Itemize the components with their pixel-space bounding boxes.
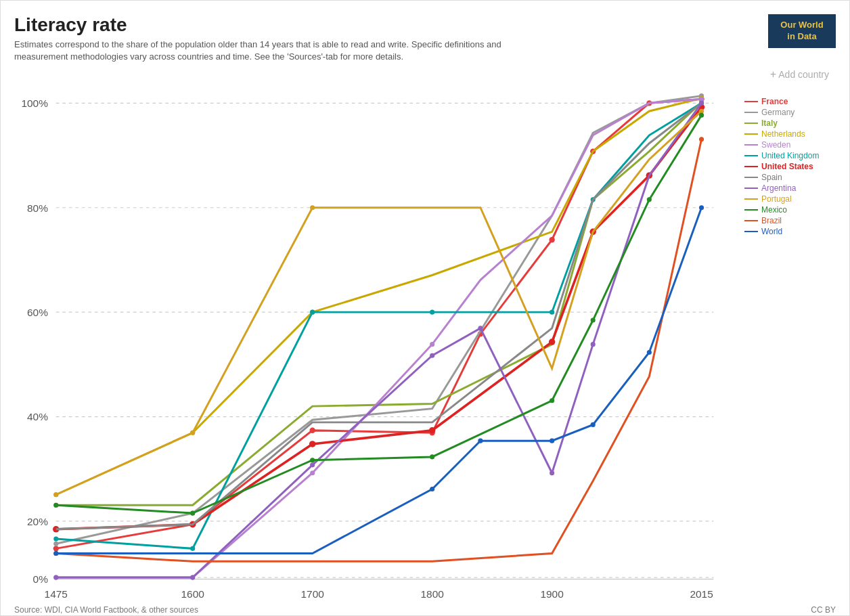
svg-point-19 (53, 546, 59, 552)
svg-point-53 (549, 339, 556, 346)
legend-label-argentina: Argentina (761, 183, 796, 193)
svg-text:20%: 20% (27, 516, 48, 527)
svg-point-51 (309, 441, 316, 448)
svg-point-63 (591, 342, 596, 347)
svg-point-70 (190, 511, 195, 516)
legend-item-france[interactable]: France (744, 97, 836, 106)
legend-label-uk: United Kingdom (761, 151, 819, 160)
chart-legend: France Germany Italy Netherlands Sweden (738, 83, 836, 600)
svg-text:1800: 1800 (420, 588, 443, 600)
legend-item-argentina[interactable]: Argentina (744, 183, 836, 193)
chart-subtitle: Estimates correspond to the share of the… (14, 39, 556, 63)
legend-item-uk[interactable]: United Kingdom (744, 151, 836, 160)
legend-label-mexico: Mexico (761, 205, 787, 215)
legend-label-sweden: Sweden (761, 140, 790, 150)
svg-text:1900: 1900 (540, 588, 563, 600)
source-text: Source: WDI, CIA World Factbook, & other… (14, 605, 198, 615)
legend-color-us (744, 166, 758, 167)
legend-label-netherlands: Netherlands (761, 129, 805, 139)
legend-color-spain (744, 177, 758, 178)
legend-label-brazil: Brazil (761, 216, 782, 225)
svg-point-46 (550, 310, 554, 315)
license-text: CC BY (811, 605, 836, 615)
legend-color-italy (744, 123, 758, 124)
svg-point-79 (53, 551, 58, 556)
legend-item-brazil[interactable]: Brazil (744, 216, 836, 225)
svg-point-83 (591, 422, 596, 427)
svg-point-80 (430, 487, 434, 491)
legend-color-uk (744, 155, 758, 156)
legend-item-mexico[interactable]: Mexico (744, 205, 836, 215)
legend-label-world: World (761, 227, 782, 236)
svg-point-71 (310, 458, 315, 463)
legend-label-portugal: Portugal (761, 194, 792, 204)
svg-point-39 (310, 471, 315, 476)
svg-text:60%: 60% (27, 307, 48, 318)
svg-point-78 (699, 137, 704, 142)
svg-text:100%: 100% (21, 98, 48, 110)
svg-point-45 (430, 310, 434, 315)
svg-point-75 (647, 198, 652, 202)
svg-point-67 (310, 206, 315, 211)
plus-icon: + (770, 68, 776, 80)
legend-item-sweden[interactable]: Sweden (744, 140, 836, 150)
svg-point-65 (53, 493, 58, 498)
svg-point-61 (478, 326, 483, 331)
svg-point-24 (549, 237, 554, 242)
legend-color-argentina (744, 188, 758, 189)
svg-text:40%: 40% (27, 412, 48, 423)
legend-item-world[interactable]: World (744, 227, 836, 236)
svg-point-44 (310, 310, 315, 315)
chart-title: Literacy rate (14, 14, 768, 36)
svg-point-66 (190, 431, 195, 435)
legend-color-brazil (744, 220, 758, 221)
svg-point-76 (699, 113, 704, 118)
svg-point-62 (550, 471, 554, 476)
legend-item-netherlands[interactable]: Netherlands (744, 129, 836, 139)
legend-item-portugal[interactable]: Portugal (744, 194, 836, 204)
svg-text:1600: 1600 (181, 588, 204, 600)
svg-point-74 (591, 318, 596, 323)
svg-point-69 (53, 503, 58, 508)
svg-point-64 (699, 101, 704, 106)
svg-point-40 (430, 342, 434, 347)
legend-item-germany[interactable]: Germany (744, 108, 836, 117)
legend-color-sweden (744, 144, 758, 146)
svg-point-60 (430, 353, 434, 358)
add-country-button[interactable]: + Add country (14, 68, 836, 81)
svg-text:0%: 0% (33, 574, 49, 586)
legend-item-italy[interactable]: Italy (744, 118, 836, 128)
legend-color-netherlands (744, 133, 758, 135)
legend-item-spain[interactable]: Spain (744, 173, 836, 182)
svg-point-59 (310, 463, 315, 468)
legend-label-us: United States (761, 162, 813, 171)
legend-label-italy: Italy (761, 118, 778, 128)
svg-point-58 (190, 575, 195, 580)
svg-text:1475: 1475 (45, 588, 68, 600)
chart-svg-container: 100% 80% 60% 40% 20% 0% (14, 83, 738, 600)
legend-color-mexico (744, 209, 758, 211)
legend-label-france: France (761, 97, 788, 106)
svg-point-73 (550, 399, 554, 403)
legend-label-spain: Spain (761, 173, 782, 182)
svg-point-85 (699, 206, 704, 211)
svg-text:80%: 80% (27, 202, 48, 214)
legend-color-portugal (744, 198, 758, 200)
svg-point-42 (53, 537, 58, 542)
svg-point-72 (430, 455, 434, 460)
svg-point-81 (478, 439, 483, 443)
source-row: Source: WDI, CIA World Factbook, & other… (1, 601, 849, 616)
legend-item-us[interactable]: United States (744, 162, 836, 171)
svg-point-57 (53, 575, 58, 580)
svg-text:2015: 2015 (690, 588, 713, 600)
svg-point-82 (550, 439, 554, 443)
svg-point-84 (647, 350, 652, 355)
svg-point-28 (53, 542, 58, 546)
svg-text:1700: 1700 (300, 588, 323, 600)
legend-color-world (744, 231, 758, 232)
svg-point-43 (190, 546, 195, 551)
legend-label-germany: Germany (761, 108, 795, 117)
legend-color-france (744, 101, 758, 102)
owid-logo: Our Worldin Data (768, 14, 836, 48)
logo-text: Our Worldin Data (780, 20, 823, 41)
